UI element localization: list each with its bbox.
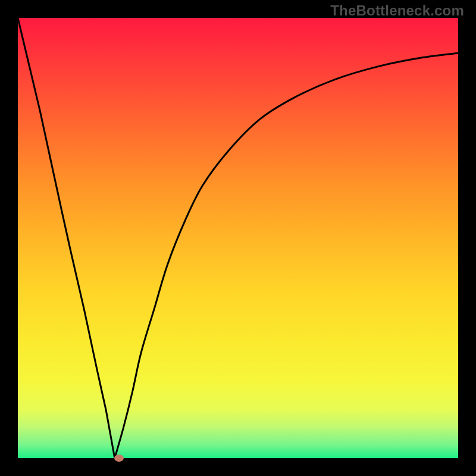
chart-frame: TheBottleneck.com xyxy=(0,0,476,476)
vertex-marker xyxy=(114,455,124,462)
bottleneck-curve xyxy=(18,18,458,458)
watermark-text: TheBottleneck.com xyxy=(330,2,464,19)
